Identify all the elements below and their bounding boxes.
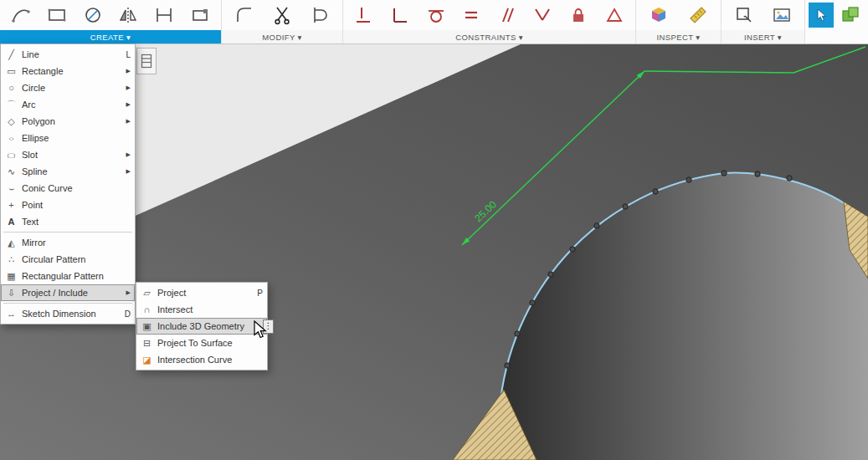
intersection-curve-icon: ◪ bbox=[141, 354, 153, 366]
constraints-dropdown[interactable]: CONSTRAINTS ▾ bbox=[343, 30, 635, 43]
submenu-arrow-icon: ▶ bbox=[121, 84, 131, 91]
menu-item-label: Conic Curve bbox=[22, 183, 116, 193]
toolbar: CREATE ▾ MODIFY ▾ bbox=[0, 0, 868, 44]
menu-item-label: Intersect bbox=[157, 304, 249, 314]
toolbar-group-create: CREATE ▾ bbox=[0, 0, 222, 43]
two-point-line-icon[interactable] bbox=[8, 3, 33, 28]
canvas-image-icon[interactable] bbox=[769, 3, 794, 28]
menu-item-label: Slot bbox=[22, 150, 116, 160]
menu-item-include-3d-geometry[interactable]: ▣Include 3D Geometry⋮ bbox=[136, 318, 267, 335]
menu-item-mirror[interactable]: ◭Mirror bbox=[1, 234, 135, 251]
toolbar-group-right bbox=[805, 0, 868, 43]
menu-item-text[interactable]: AText bbox=[1, 213, 135, 230]
palette-fragment-icon bbox=[141, 54, 152, 69]
spline-point bbox=[755, 171, 760, 176]
perpendicular-constraint-icon[interactable] bbox=[388, 3, 413, 28]
circle-diameter-icon[interactable] bbox=[80, 3, 105, 28]
triangle-constraint-icon[interactable] bbox=[602, 3, 627, 28]
slot-icon: ▢ bbox=[5, 151, 18, 158]
parallel-constraint-icon[interactable] bbox=[495, 3, 520, 28]
menu-item-polygon[interactable]: ◇Polygon▶ bbox=[1, 113, 135, 130]
menu-item-label: Point bbox=[22, 200, 116, 210]
include-3d-geometry-icon: ▣ bbox=[141, 320, 153, 333]
spline-point bbox=[515, 331, 520, 336]
fillet-tool-icon[interactable] bbox=[232, 3, 257, 28]
menu-item-line[interactable]: ╱LineL bbox=[1, 46, 135, 63]
text-icon: A bbox=[5, 216, 18, 228]
rectangle-tool-icon[interactable] bbox=[44, 3, 69, 28]
menu-separator bbox=[3, 232, 132, 233]
extend-tool-icon[interactable] bbox=[307, 3, 332, 28]
menu-item-slot[interactable]: ▢Slot▶ bbox=[1, 146, 135, 163]
create-menu: ╱LineL▭Rectangle▶○Circle▶⌒Arc▶◇Polygon▶○… bbox=[0, 43, 136, 325]
shortcut-label: D bbox=[121, 309, 131, 319]
spline-point bbox=[570, 247, 575, 252]
inspect-dropdown[interactable]: INSPECT ▾ bbox=[636, 30, 721, 43]
menu-item-ellipse[interactable]: ○Ellipse bbox=[1, 130, 135, 146]
menu-item-intersection-curve[interactable]: ◪Intersection Curve bbox=[136, 351, 267, 368]
spline-point bbox=[623, 204, 628, 209]
trim-scissors-icon[interactable] bbox=[270, 3, 295, 28]
menu-item-point[interactable]: +Point bbox=[1, 197, 135, 213]
mirror-tool-icon[interactable] bbox=[116, 3, 141, 28]
rectangle-icon: ▭ bbox=[5, 65, 18, 78]
spline-point bbox=[505, 363, 510, 368]
menu-item-label: Line bbox=[22, 49, 116, 59]
measure-cube-icon[interactable] bbox=[646, 3, 671, 28]
arc-icon: ⌒ bbox=[5, 99, 18, 111]
menu-item-sketch-dimension[interactable]: ↔Sketch DimensionD bbox=[1, 305, 135, 322]
menu-item-spline[interactable]: ∿Spline▶ bbox=[1, 163, 135, 180]
point-rectangle-icon[interactable] bbox=[187, 3, 213, 28]
point-icon: + bbox=[5, 199, 18, 212]
lock-constraint-icon[interactable] bbox=[566, 3, 591, 28]
menu-item-circle[interactable]: ○Circle▶ bbox=[1, 79, 135, 96]
spline-point bbox=[686, 177, 691, 182]
submenu-arrow-icon: ▶ bbox=[121, 68, 131, 74]
menu-item-label: Rectangle bbox=[22, 66, 116, 76]
submenu-arrow-icon: ▶ bbox=[121, 168, 131, 175]
palette-fragment[interactable] bbox=[136, 48, 157, 74]
toolbar-group-insert: INSERT ▾ bbox=[722, 0, 805, 43]
angle-constraint-icon[interactable] bbox=[530, 3, 555, 28]
insert-dropdown[interactable]: INSERT ▾ bbox=[722, 30, 804, 43]
tangent-constraint-icon[interactable] bbox=[424, 3, 449, 28]
menu-item-intersect[interactable]: ∩Intersect bbox=[136, 301, 267, 318]
spline-point bbox=[548, 272, 553, 277]
menu-item-project[interactable]: ▱ProjectP bbox=[136, 284, 267, 301]
select-cursor-icon bbox=[814, 8, 829, 23]
menu-item-arc[interactable]: ⌒Arc▶ bbox=[1, 96, 135, 113]
project-include-icon: ⇩ bbox=[5, 287, 18, 299]
menu-item-project-include[interactable]: ⇩Project / Include▶ bbox=[1, 284, 135, 301]
menu-item-rectangular-pattern[interactable]: ▦Rectangular Pattern bbox=[1, 268, 135, 284]
conic-curve-icon: ⌣ bbox=[5, 182, 18, 195]
menu-item-project-to-surface[interactable]: ⊟Project To Surface bbox=[136, 335, 267, 351]
ruler-icon[interactable] bbox=[686, 3, 711, 28]
distance-tool-icon[interactable] bbox=[152, 3, 177, 28]
menu-item-label: Project bbox=[157, 288, 249, 298]
modify-dropdown[interactable]: MODIFY ▾ bbox=[222, 30, 342, 43]
menu-item-label: Spline bbox=[22, 166, 116, 176]
menu-separator bbox=[3, 303, 132, 304]
menu-item-label: Intersection Curve bbox=[157, 355, 249, 365]
menu-item-label: Mirror bbox=[22, 238, 116, 248]
line-icon: ╱ bbox=[5, 49, 18, 61]
options-kebab-icon[interactable]: ⋮ bbox=[263, 319, 274, 334]
spline-icon: ∿ bbox=[5, 166, 18, 178]
menu-item-rectangle[interactable]: ▭Rectangle▶ bbox=[1, 63, 135, 79]
circle-icon: ○ bbox=[5, 82, 18, 95]
circular-pattern-icon: ∴ bbox=[5, 253, 18, 266]
new-component-icon[interactable] bbox=[838, 3, 863, 28]
menu-item-label: Polygon bbox=[22, 116, 116, 126]
menu-item-label: Circular Pattern bbox=[22, 254, 116, 264]
submenu-arrow-icon: ▶ bbox=[121, 101, 131, 108]
menu-item-conic-curve[interactable]: ⌣Conic Curve bbox=[1, 180, 135, 197]
menu-item-circular-pattern[interactable]: ∴Circular Pattern bbox=[1, 251, 135, 268]
menu-item-label: Circle bbox=[22, 83, 116, 93]
menu-item-label: Project To Surface bbox=[157, 338, 249, 348]
select-tool-active[interactable] bbox=[809, 3, 834, 28]
equal-constraint-icon[interactable] bbox=[459, 3, 484, 28]
insert-derive-icon[interactable] bbox=[732, 3, 757, 28]
horizontal-vertical-constraint-icon[interactable] bbox=[352, 3, 377, 28]
create-dropdown[interactable]: CREATE ▾ bbox=[0, 30, 221, 43]
toolbar-group-modify: MODIFY ▾ bbox=[222, 0, 343, 43]
